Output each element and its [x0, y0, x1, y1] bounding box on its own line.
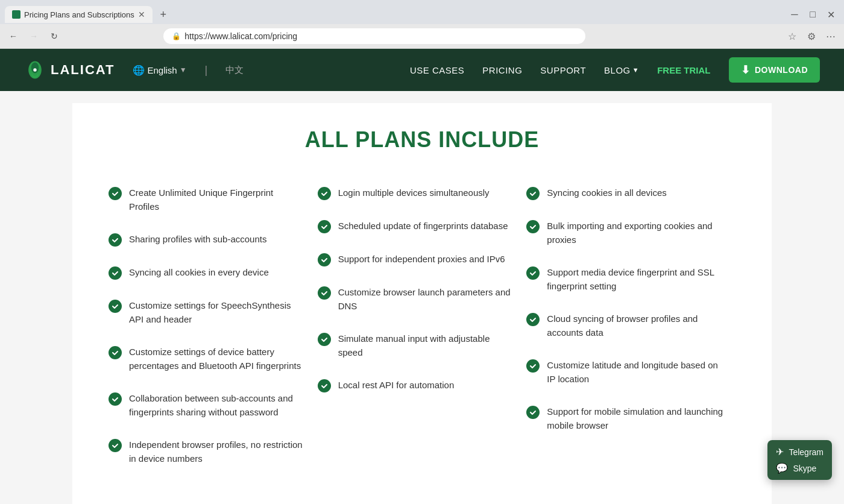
check-icon — [526, 313, 540, 326]
secure-icon: 🔒 — [172, 32, 181, 40]
language-selector[interactable]: 🌐 English ▼ — [133, 65, 186, 76]
active-tab[interactable]: Pricing Plans and Subscriptions ✕ — [5, 6, 153, 23]
browser-chrome: Pricing Plans and Subscriptions ✕ + ─ □ … — [0, 0, 844, 49]
list-item: Customize browser launch parameters and … — [318, 276, 527, 323]
maximize-button[interactable]: □ — [804, 6, 821, 23]
check-icon — [109, 266, 122, 280]
list-item: Support for mobile simulation and launch… — [526, 395, 735, 442]
globe-icon: 🌐 — [133, 65, 145, 76]
download-icon: ⬇ — [741, 63, 751, 77]
more-button[interactable]: ⋯ — [822, 28, 839, 45]
tab-favicon — [12, 10, 20, 19]
nav-blog[interactable]: BLOG ▼ — [604, 65, 639, 75]
logo-area[interactable]: LALICAT — [24, 59, 115, 81]
logo-icon — [24, 59, 46, 81]
blog-dropdown-icon: ▼ — [632, 66, 639, 74]
check-icon — [526, 406, 540, 419]
nav-links: USE CASES PRICING SUPPORT BLOG ▼ FREE TR… — [410, 57, 820, 83]
check-icon — [526, 187, 540, 200]
tab-bar: Pricing Plans and Subscriptions ✕ + ─ □ … — [0, 0, 844, 24]
page-wrapper: LALICAT 🌐 English ▼ | 中文 USE CASES PRICI… — [0, 49, 844, 504]
svg-point-1 — [31, 62, 39, 73]
window-controls: ─ □ ✕ — [786, 6, 839, 23]
lang-divider: | — [205, 64, 208, 77]
list-item: Support for independent proxies and IPv6 — [318, 243, 527, 276]
back-button[interactable]: ← — [5, 28, 22, 45]
check-icon — [109, 439, 122, 452]
check-icon — [318, 379, 331, 392]
check-icon — [109, 233, 122, 247]
extensions-button[interactable]: ⚙ — [803, 28, 820, 45]
check-icon — [109, 346, 122, 359]
list-item: Syncing cookies in all devices — [526, 177, 735, 210]
download-button[interactable]: ⬇ DOWNLOAD — [729, 57, 820, 83]
navbar: LALICAT 🌐 English ▼ | 中文 USE CASES PRICI… — [0, 49, 844, 91]
check-icon — [109, 392, 122, 406]
bookmark-button[interactable]: ☆ — [784, 28, 801, 45]
close-window-button[interactable]: ✕ — [822, 6, 839, 23]
list-item: Customize settings of device battery per… — [109, 336, 318, 382]
check-icon — [318, 253, 331, 266]
nav-support[interactable]: SUPPORT — [540, 65, 586, 75]
check-icon — [318, 333, 331, 346]
list-item: Cloud syncing of browser profiles and ac… — [526, 303, 735, 349]
float-widget: ✈ Telegram 💬 Skype — [767, 440, 832, 480]
check-icon — [526, 359, 540, 373]
list-item: Sharing profiles with sub-accounts — [109, 223, 318, 256]
nav-pricing[interactable]: PRICING — [482, 65, 522, 75]
zh-language-label[interactable]: 中文 — [225, 65, 244, 76]
list-item: Collaboration between sub-accounts and f… — [109, 382, 318, 429]
language-label: English — [147, 65, 177, 75]
list-item: Customize settings for SpeechSynthesis A… — [109, 289, 318, 336]
skype-button[interactable]: 💬 Skype — [776, 462, 824, 474]
features-grid: Create Unlimited Unique Fingerprint Prof… — [109, 177, 735, 475]
tab-title: Pricing Plans and Subscriptions — [24, 10, 134, 19]
telegram-button[interactable]: ✈ Telegram — [776, 446, 824, 458]
chevron-down-icon: ▼ — [180, 66, 187, 74]
telegram-label: Telegram — [789, 447, 824, 457]
check-icon — [318, 286, 331, 300]
free-trial-link[interactable]: FREE TRIAL — [657, 65, 710, 75]
list-item: Support media device fingerprint and SSL… — [526, 256, 735, 303]
features-col-1: Create Unlimited Unique Fingerprint Prof… — [109, 177, 318, 475]
list-item: Scheduled update of fingerprints databas… — [318, 210, 527, 243]
list-item: Bulk importing and exporting cookies and… — [526, 210, 735, 256]
address-bar-row: ← → ↻ 🔒 https://www.lalicat.com/pricing … — [0, 24, 844, 48]
logo-text: LALICAT — [51, 62, 115, 78]
list-item: Syncing all cookies in every device — [109, 256, 318, 289]
check-icon — [318, 220, 331, 233]
skype-label: Skype — [793, 464, 816, 473]
list-item: Create Unlimited Unique Fingerprint Prof… — [109, 177, 318, 223]
forward-button[interactable]: → — [25, 28, 42, 45]
check-icon — [526, 266, 540, 280]
features-col-3: Syncing cookies in all devices Bulk impo… — [526, 177, 735, 475]
skype-icon: 💬 — [776, 462, 788, 474]
check-icon — [526, 220, 540, 233]
list-item: Login multiple devices simultaneously — [318, 177, 527, 210]
reload-button[interactable]: ↻ — [46, 28, 63, 45]
check-icon — [318, 187, 331, 200]
nav-use-cases[interactable]: USE CASES — [410, 65, 464, 75]
check-icon — [109, 187, 122, 200]
address-text: https://www.lalicat.com/pricing — [184, 31, 297, 41]
new-tab-button[interactable]: + — [155, 6, 172, 23]
list-item: Simulate manual input with adjustable sp… — [318, 323, 527, 369]
address-bar-actions: ☆ ⚙ ⋯ — [784, 28, 839, 45]
minimize-button[interactable]: ─ — [786, 6, 803, 23]
svg-point-2 — [33, 68, 36, 71]
telegram-icon: ✈ — [776, 446, 784, 458]
tab-close-button[interactable]: ✕ — [138, 10, 145, 19]
check-icon — [109, 300, 122, 313]
section-title: ALL PLANS INCLUDE — [109, 127, 735, 153]
list-item: Independent browser profiles, no restric… — [109, 429, 318, 475]
list-item: Customize latitude and longitude based o… — [526, 349, 735, 395]
address-bar[interactable]: 🔒 https://www.lalicat.com/pricing — [163, 28, 585, 44]
list-item: Local rest API for automation — [318, 369, 527, 402]
features-col-2: Login multiple devices simultaneously Sc… — [318, 177, 527, 475]
main-content: ALL PLANS INCLUDE Create Unlimited Uniqu… — [72, 103, 772, 504]
